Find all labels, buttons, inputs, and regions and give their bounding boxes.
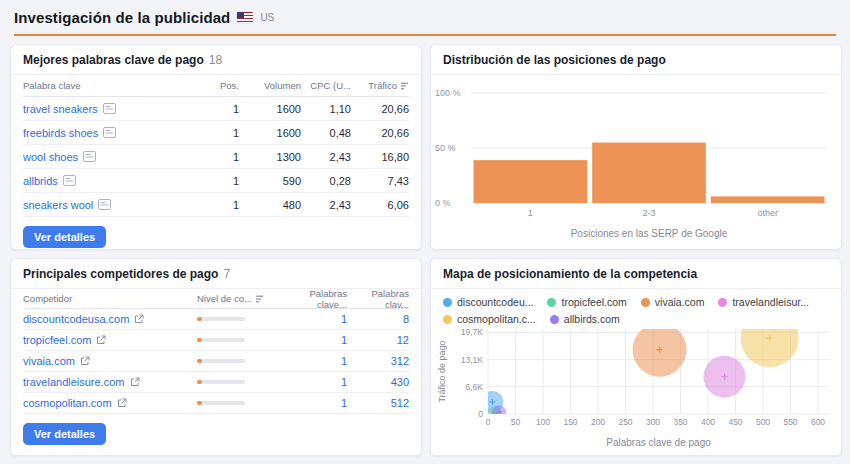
col-palabra-clave: Palabra clave [23,80,203,91]
card-title-map: Mapa de posicionamiento de la competenci… [443,267,697,281]
svg-text:350: 350 [673,417,687,427]
svg-text:100 %: 100 % [435,88,461,98]
external-link-icon[interactable] [134,314,144,324]
svg-text:Posiciones en las SERP de Goog: Posiciones en las SERP de Google [571,228,728,239]
page-title: Investigación de la publicidad [14,9,230,26]
svg-text:other: other [757,208,778,218]
keyword-traffic: 20,66 [351,103,409,115]
svg-text:0: 0 [486,417,491,427]
competitor-link[interactable]: discountcodeusa.com [23,313,129,325]
legend-item[interactable]: allbirds.com [550,313,620,325]
ver-detalles-button-keywords[interactable]: Ver detalles [23,226,106,248]
svg-text:100: 100 [536,417,550,427]
col-trafico[interactable]: Tráfico [351,80,409,91]
svg-text:50: 50 [511,417,521,427]
table-row: travelandleisure.com 1 430 [23,372,409,393]
competition-level-bar [197,338,285,342]
keyword-traffic: 16,80 [351,151,409,163]
page-header: Investigación de la publicidad US [0,0,850,36]
svg-text:200: 200 [591,417,605,427]
legend-item[interactable]: travelandleisur... [718,296,808,308]
legend-item[interactable]: cosmopolitan.c... [443,313,536,325]
positions-bar-chart: 0 %50 %100 %12-3otherPosiciones en las S… [431,75,841,249]
svg-text:1: 1 [528,208,533,218]
positioning-map-card: Mapa de posicionamiento de la competenci… [430,258,842,456]
keywords-table: Palabra clave Pos. Volumen CPC (U... Trá… [11,75,421,217]
svg-text:13,1K: 13,1K [461,355,484,365]
keyword-link[interactable]: sneakers wool [23,199,93,211]
legend-dot-icon [718,298,727,307]
external-link-icon[interactable] [117,398,127,408]
competitors-table: Competidor Nivel de co... Palabras clave… [11,289,421,414]
sort-icon [400,82,409,90]
col-competidor: Competidor [23,293,197,304]
svg-text:250: 250 [618,417,632,427]
col-nivel-competencia[interactable]: Nivel de co... [197,293,285,304]
ver-detalles-button-competitors[interactable]: Ver detalles [23,423,106,445]
competitor-link[interactable]: vivaia.com [23,355,75,367]
svg-text:600: 600 [811,417,825,427]
keyword-cpc: 0,48 [301,127,351,139]
paid-keywords-link[interactable]: 8 [403,313,409,325]
keywords-count-badge: 18 [209,53,222,67]
external-link-icon[interactable] [130,377,140,387]
paid-keywords-link[interactable]: 12 [397,334,409,346]
competitor-link[interactable]: cosmopolitan.com [23,397,112,409]
svg-text:450: 450 [728,417,742,427]
paid-positions-card: Distribución de las posiciones de pago 0… [430,44,842,250]
svg-text:500: 500 [756,417,770,427]
paid-keywords-link[interactable]: 430 [391,376,409,388]
col-pos: Pos. [203,80,239,91]
paid-keywords-link[interactable]: 312 [391,355,409,367]
table-row: vivaia.com 1 312 [23,351,409,372]
serp-snippet-icon[interactable] [98,199,111,210]
serp-snippet-icon[interactable] [103,127,116,138]
competition-level-bar [197,359,285,363]
keyword-link[interactable]: wool shoes [23,151,78,163]
dashboard-grid: Mejores palabras clave de pago 18 Palabr… [0,36,850,456]
competition-level-bar [197,317,285,321]
keyword-link[interactable]: freebirds shoes [23,127,98,139]
keyword-pos: 1 [203,151,239,163]
svg-text:6,6K: 6,6K [466,382,484,392]
serp-snippet-icon[interactable] [63,175,76,186]
col-cpc: CPC (U... [301,80,351,91]
table-row: allbrids 1 590 0,28 7,43 [23,169,409,193]
keyword-volume: 1600 [239,103,301,115]
card-title-competitors: Principales competidores de pago [23,267,218,281]
keyword-link[interactable]: allbrids [23,175,58,187]
keyword-pos: 1 [203,103,239,115]
competitor-link[interactable]: tropicfeel.com [23,334,91,346]
svg-text:550: 550 [783,417,797,427]
competition-level-bar [197,380,285,384]
external-link-icon[interactable] [80,356,90,366]
svg-text:0 %: 0 % [435,198,451,208]
competition-level-bar [197,401,285,405]
keyword-link[interactable]: travel sneakers [23,103,98,115]
map-legend: discountcodeu... tropicfeel.com vivaia.c… [431,289,841,325]
keyword-cpc: 1,10 [301,103,351,115]
col-volumen: Volumen [239,80,301,91]
keyword-traffic: 7,43 [351,175,409,187]
table-row: travel sneakers 1 1600 1,10 20,66 [23,97,409,121]
svg-text:0: 0 [478,409,483,419]
keyword-pos: 1 [203,199,239,211]
sort-icon [255,295,264,303]
keyword-traffic: 20,66 [351,127,409,139]
paid-competitors-card: Principales competidores de pago 7 Compe… [10,258,422,456]
keywords-table-header: Palabra clave Pos. Volumen CPC (U... Trá… [23,75,409,97]
competitor-link[interactable]: travelandleisure.com [23,376,125,388]
us-flag-icon [237,12,253,23]
legend-item[interactable]: discountcodeu... [443,296,533,308]
table-row: freebirds shoes 1 1600 0,48 20,66 [23,121,409,145]
serp-snippet-icon[interactable] [83,151,96,162]
keyword-volume: 590 [239,175,301,187]
legend-item[interactable]: tropicfeel.com [547,296,626,308]
svg-text:150: 150 [563,417,577,427]
serp-snippet-icon[interactable] [103,103,116,114]
card-title-keywords: Mejores palabras clave de pago [23,53,204,67]
paid-keywords-link[interactable]: 512 [391,397,409,409]
external-link-icon[interactable] [96,335,106,345]
keyword-pos: 1 [203,127,239,139]
legend-item[interactable]: vivaia.com [641,296,705,308]
